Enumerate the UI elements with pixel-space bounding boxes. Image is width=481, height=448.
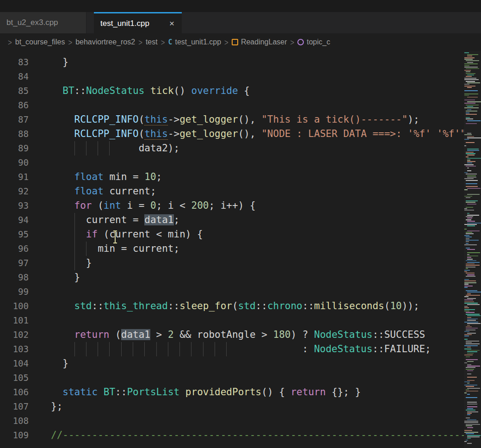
chevron-right-icon: >: [290, 37, 295, 47]
indent-guide: [121, 342, 133, 356]
code-line-text[interactable]: }: [51, 256, 464, 270]
line-number[interactable]: 90: [0, 156, 29, 170]
code-line: 105: [0, 371, 464, 385]
close-icon[interactable]: ×: [168, 19, 175, 28]
tab-bt_u2_ex3[interactable]: bt_u2_ex3.cpp: [0, 12, 86, 33]
line-number[interactable]: 93: [0, 199, 29, 213]
indent-guide: [74, 141, 86, 156]
class-symbol-icon: [232, 39, 238, 45]
breadcrumb: >bt_course_files>behaviortree_ros2>test>…: [0, 33, 481, 51]
breadcrumb-label: ReadingLaser: [241, 38, 287, 46]
text-cursor-pointer-icon: [115, 231, 116, 243]
code-line-text[interactable]: for (int i = 0; i < 200; i++) {: [51, 199, 464, 213]
breadcrumb-item-bt-course-files[interactable]: bt_course_files: [15, 38, 65, 46]
line-number[interactable]: 104: [0, 356, 29, 371]
line-number[interactable]: 85: [0, 84, 29, 98]
code-line-text[interactable]: data2);: [51, 141, 464, 156]
code-line-text[interactable]: }: [51, 356, 464, 371]
code-line-text[interactable]: RCLCPP_INFO(this->get_logger(), "This is…: [51, 112, 464, 127]
code-line-text[interactable]: return (data1 > 2 && robotAngle > 180) ?…: [51, 328, 464, 342]
code-line-text[interactable]: //--------------------------------------…: [51, 428, 464, 442]
code-line-text[interactable]: [51, 156, 464, 170]
indent-guide: [144, 342, 156, 356]
line-number[interactable]: 109: [0, 428, 29, 442]
chevron-right-icon: >: [138, 37, 142, 47]
code-line: 106 static BT::PortsList providedPorts()…: [0, 385, 464, 399]
line-number[interactable]: 84: [0, 69, 29, 84]
code-line-text[interactable]: }: [51, 270, 464, 285]
code-line: 86: [0, 98, 464, 112]
code-line-text[interactable]: };: [51, 399, 464, 414]
code-line-text[interactable]: min = current;: [51, 242, 464, 256]
code-line-text[interactable]: : NodeStatus::FAILURE;: [51, 342, 464, 356]
line-number[interactable]: 89: [0, 141, 29, 156]
line-number[interactable]: 102: [0, 328, 29, 342]
code-line-text[interactable]: [51, 98, 464, 112]
line-number[interactable]: 103: [0, 342, 29, 356]
line-number[interactable]: 96: [0, 242, 29, 256]
code-line-text[interactable]: BT::NodeStatus tick() override {: [51, 84, 464, 98]
breadcrumb-item-behaviortree-ros2[interactable]: behaviortree_ros2: [75, 38, 135, 46]
line-number[interactable]: 91: [0, 170, 29, 184]
line-number[interactable]: 108: [0, 414, 29, 428]
code-line-text[interactable]: }: [51, 55, 464, 69]
code-line-text[interactable]: float min = 10;: [51, 170, 464, 184]
code-line-text[interactable]: float current;: [51, 184, 464, 199]
code-line-text[interactable]: RCLCPP_INFO(this->get_logger(), "NODE : …: [51, 127, 464, 141]
line-number[interactable]: 98: [0, 270, 29, 285]
tab-test_unit1[interactable]: test_unit1.cpp ×: [94, 12, 182, 33]
code-line: 108: [0, 414, 464, 428]
line-number[interactable]: 99: [0, 285, 29, 299]
code-line: 101: [0, 313, 464, 328]
code-line: 87 RCLCPP_INFO(this->get_logger(), "This…: [0, 112, 464, 127]
line-number[interactable]: 107: [0, 399, 29, 414]
code-line-text[interactable]: [51, 313, 464, 328]
indent-guide: [86, 342, 98, 356]
indent-guide: [109, 141, 121, 156]
line-number[interactable]: 95: [0, 227, 29, 242]
code-line-text[interactable]: current = data1;: [51, 213, 464, 227]
minimap[interactable]: [464, 51, 481, 448]
indent-guide: [179, 342, 191, 356]
line-number[interactable]: 101: [0, 313, 29, 328]
indent-guide: [74, 227, 86, 242]
title-bar: [0, 0, 481, 12]
code-line-text[interactable]: [51, 371, 464, 385]
line-number[interactable]: 100: [0, 299, 29, 313]
code-editor[interactable]: 83 }8485 BT::NodeStatus tick() override …: [0, 51, 464, 448]
chevron-right-icon: >: [224, 37, 228, 47]
indent-guide: [133, 342, 144, 356]
line-number[interactable]: 97: [0, 256, 29, 270]
breadcrumb-item-readinglaser[interactable]: ReadingLaser: [232, 38, 287, 46]
code-line-text[interactable]: if (current < min) {: [51, 227, 464, 242]
line-number[interactable]: 92: [0, 184, 29, 199]
tab-bar: bt_u2_ex3.cpp test_unit1.cpp ×: [0, 12, 481, 33]
tab-label: test_unit1.cpp: [100, 19, 149, 28]
indent-guide: [226, 342, 238, 356]
indent-guide: [168, 342, 179, 356]
code-line-text[interactable]: [51, 414, 464, 428]
code-line: 99: [0, 285, 464, 299]
line-number[interactable]: 83: [0, 55, 29, 69]
line-number[interactable]: 94: [0, 213, 29, 227]
breadcrumb-item-topic-c[interactable]: topic_c: [297, 38, 330, 46]
code-line-text[interactable]: [51, 285, 464, 299]
cpp-file-icon: C: [168, 38, 172, 46]
breadcrumb-label: test: [146, 38, 158, 46]
code-line: 88 RCLCPP_INFO(this->get_logger(), "NODE…: [0, 127, 464, 141]
code-line: 92 float current;: [0, 184, 464, 199]
line-number[interactable]: 88: [0, 127, 29, 141]
line-number[interactable]: 87: [0, 112, 29, 127]
code-line-text[interactable]: static BT::PortsList providedPorts() { r…: [51, 385, 464, 399]
line-number[interactable]: 106: [0, 385, 29, 399]
chevron-right-icon: >: [8, 37, 12, 47]
breadcrumb-label: behaviortree_ros2: [75, 38, 135, 46]
line-number[interactable]: 105: [0, 371, 29, 385]
code-line: 83 }: [0, 55, 464, 69]
code-line: 97 }: [0, 256, 464, 270]
line-number[interactable]: 86: [0, 98, 29, 112]
breadcrumb-item-test-unit1-cpp[interactable]: Ctest_unit1.cpp: [168, 38, 221, 46]
code-line-text[interactable]: [51, 69, 464, 84]
breadcrumb-item-test[interactable]: test: [146, 38, 158, 46]
code-line-text[interactable]: std::this_thread::sleep_for(std::chrono:…: [51, 299, 464, 313]
